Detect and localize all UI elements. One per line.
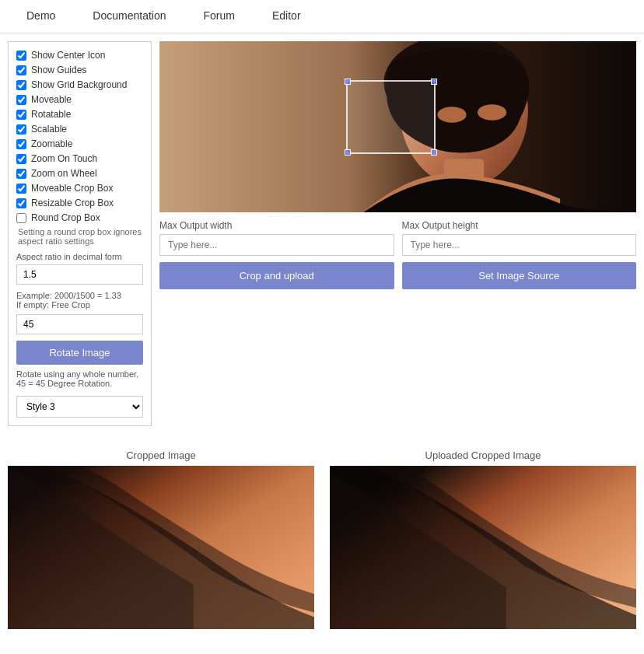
checkbox-row-scalable: Scalable: [16, 124, 143, 135]
nav-editor[interactable]: Editor: [254, 0, 320, 33]
handle-bottom-right[interactable]: [431, 149, 437, 156]
checkbox-row-round-crop-box: Round Crop Box: [16, 212, 143, 223]
nav-bar: Demo Documentation Forum Editor: [0, 0, 644, 33]
aspect-ratio-label: Aspect ratio in decimal form: [16, 252, 143, 261]
label-scalable: Scalable: [31, 124, 67, 135]
crop-box[interactable]: [346, 80, 436, 154]
uploaded-image-result: Uploaded Cropped Image: [330, 449, 636, 629]
checkbox-row-show-guides: Show Guides: [16, 65, 143, 75]
checkbox-row-resizable-crop-box: Resizable Crop Box: [16, 198, 143, 208]
label-moveable-crop-box: Moveable Crop Box: [31, 183, 113, 194]
checkbox-show-grid-background[interactable]: [16, 80, 26, 90]
nav-demo[interactable]: Demo: [8, 0, 74, 33]
cropped-image-label: Cropped Image: [8, 449, 314, 461]
cropped-image-result: Cropped Image: [8, 449, 314, 629]
checkbox-rotatable[interactable]: [16, 110, 26, 120]
bottom-section: Cropped Image: [0, 442, 644, 637]
checkboxes-container: Show Center IconShow GuidesShow Grid Bac…: [16, 50, 143, 223]
label-moveable: Moveable: [31, 94, 72, 105]
uploaded-image-svg: [330, 466, 636, 629]
label-show-guides: Show Guides: [31, 65, 86, 75]
checkbox-moveable[interactable]: [16, 95, 26, 105]
style-select[interactable]: Style 3 Style 1 Style 2 Style 4: [16, 396, 143, 418]
checkbox-zoom-on-wheel[interactable]: [16, 169, 26, 179]
cropped-image-canvas: [8, 466, 314, 629]
max-height-label: Max Output height: [402, 220, 637, 231]
label-rotatable: Rotatable: [31, 109, 71, 120]
label-show-center-icon: Show Center Icon: [31, 50, 105, 61]
checkbox-row-show-grid-background: Show Grid Background: [16, 79, 143, 90]
uploaded-image-label: Uploaded Cropped Image: [330, 449, 636, 461]
checkbox-show-guides[interactable]: [16, 65, 26, 75]
checkbox-row-moveable-crop-box: Moveable Crop Box: [16, 183, 143, 194]
crop-upload-button[interactable]: Crop and upload: [159, 262, 394, 289]
max-width-label: Max Output width: [159, 220, 394, 231]
checkbox-row-zoomable: Zoomable: [16, 138, 143, 149]
max-height-input[interactable]: [402, 234, 637, 256]
checkbox-scalable[interactable]: [16, 124, 26, 135]
label-zoom-on-wheel: Zoom on Wheel: [31, 168, 97, 179]
crop-container[interactable]: [159, 41, 636, 212]
max-height-group: Max Output height Set Image Source: [402, 220, 637, 289]
cropped-image-svg: [8, 466, 314, 629]
sidebar: Show Center IconShow GuidesShow Grid Bac…: [8, 41, 152, 426]
handle-bottom-left[interactable]: [345, 149, 351, 156]
example-hint: Example: 2000/1500 = 1.33If empty: Free …: [16, 291, 143, 310]
checkbox-row-show-center-icon: Show Center Icon: [16, 50, 143, 61]
set-image-source-button[interactable]: Set Image Source: [402, 262, 637, 289]
checkbox-row-rotatable: Rotatable: [16, 109, 143, 120]
checkbox-row-zoom-on-touch: Zoom On Touch: [16, 153, 143, 164]
handle-top-right[interactable]: [431, 79, 437, 85]
aspect-ratio-input[interactable]: [16, 264, 143, 285]
checkbox-zoomable[interactable]: [16, 139, 26, 149]
rotate-button[interactable]: Rotate Image: [16, 341, 143, 365]
handle-top-left[interactable]: [345, 79, 351, 85]
controls-row: Max Output width Crop and upload Max Out…: [159, 220, 636, 289]
max-width-group: Max Output width Crop and upload: [159, 220, 394, 289]
nav-forum[interactable]: Forum: [185, 0, 254, 33]
image-area: Max Output width Crop and upload Max Out…: [159, 41, 636, 289]
checkbox-resizable-crop-box[interactable]: [16, 198, 26, 208]
label-zoomable: Zoomable: [31, 138, 72, 149]
label-zoom-on-touch: Zoom On Touch: [31, 153, 97, 164]
svg-point-6: [437, 107, 466, 123]
main-area: Show Center IconShow GuidesShow Grid Bac…: [0, 33, 644, 434]
checkbox-show-center-icon[interactable]: [16, 51, 26, 61]
round-crop-hint: Setting a round crop box ignores aspect …: [16, 227, 143, 246]
label-resizable-crop-box: Resizable Crop Box: [31, 198, 114, 208]
uploaded-image-canvas: [330, 466, 636, 629]
nav-documentation[interactable]: Documentation: [74, 0, 184, 33]
checkbox-row-zoom-on-wheel: Zoom on Wheel: [16, 168, 143, 179]
rotate-input[interactable]: [16, 314, 143, 334]
label-show-grid-background: Show Grid Background: [31, 79, 127, 90]
max-width-input[interactable]: [159, 234, 394, 256]
checkbox-row-moveable: Moveable: [16, 94, 143, 105]
checkbox-zoom-on-touch[interactable]: [16, 154, 26, 164]
rotate-hint: Rotate using any whole number. 45 = 45 D…: [16, 369, 143, 388]
label-round-crop-box: Round Crop Box: [31, 212, 100, 223]
checkbox-moveable-crop-box[interactable]: [16, 184, 26, 194]
svg-point-7: [478, 104, 506, 121]
checkbox-round-crop-box[interactable]: [16, 213, 26, 223]
